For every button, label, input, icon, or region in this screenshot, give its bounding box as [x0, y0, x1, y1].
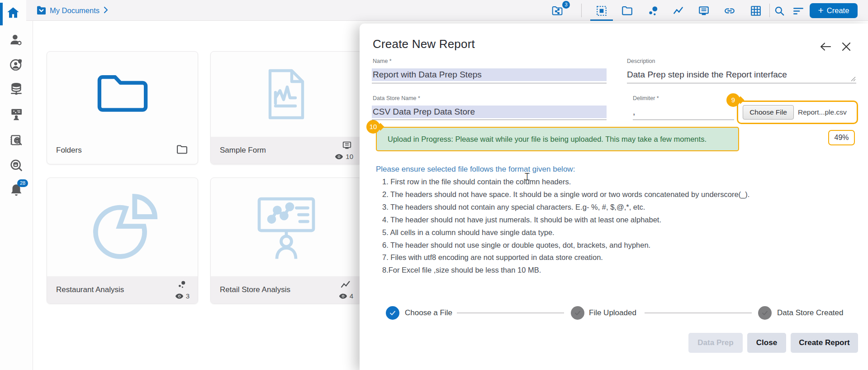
card-folders-thumbnail	[47, 52, 198, 137]
catalog-search-icon[interactable]	[7, 131, 25, 149]
tutorial-badge-10: 10	[366, 120, 380, 134]
shared-folder-icon[interactable]	[551, 5, 563, 17]
datastore-underline	[372, 120, 607, 120]
active-nav-indicator	[0, 3, 3, 25]
step-choose-file-circle	[386, 306, 399, 320]
bubble-chart-icon[interactable]	[647, 5, 659, 17]
card-title: Sample Form	[220, 146, 266, 155]
delimiter-underline	[633, 120, 734, 120]
upload-progress-message: Upload in Progress: Please wait while yo…	[376, 127, 739, 151]
card-sample-form[interactable]: Sample Form 10	[210, 51, 362, 164]
home-icon[interactable]	[6, 6, 20, 21]
card-title: Retail Store Analysis	[220, 285, 290, 294]
delimiter-input[interactable]: ,	[633, 106, 734, 118]
step-connector-1	[457, 312, 564, 313]
views: 3	[175, 292, 190, 300]
description-value: Data Prep step inside the Report interfa…	[627, 68, 856, 80]
presentation-icon[interactable]	[7, 105, 25, 123]
close-icon[interactable]	[841, 41, 852, 54]
link-icon[interactable]	[724, 5, 735, 17]
create-report-button[interactable]: Create Report	[791, 333, 858, 353]
form-icon[interactable]	[698, 5, 710, 17]
breadcrumb[interactable]: My Documents	[50, 6, 100, 15]
datastore-label: Data Store Name *	[373, 95, 420, 101]
datastore-value: CSV Data Prep Data Store	[372, 106, 607, 117]
search-icon[interactable]	[773, 5, 785, 17]
rule-item: 4. The header should not have just numer…	[382, 214, 749, 226]
card-sample-form-footer: Sample Form 10	[211, 137, 361, 164]
rule-item: 1. First row in the file should contain …	[382, 176, 749, 188]
form-type-icon	[342, 140, 352, 152]
modal-title: Create New Report	[373, 37, 475, 51]
name-value: Report with Data Prep Steps	[372, 68, 607, 80]
step-file-uploaded-circle	[571, 306, 584, 320]
step-data-store-circle	[758, 306, 772, 320]
card-retail-analysis[interactable]: Retail Store Analysis 4	[210, 178, 362, 304]
close-button[interactable]: Close	[747, 333, 786, 353]
card-sample-form-thumbnail	[211, 52, 361, 137]
notifications-badge: 28	[17, 179, 28, 187]
table-icon[interactable]	[750, 5, 762, 17]
datastore-input[interactable]: CSV Data Prep Data Store	[372, 106, 607, 118]
create-report-modal: Create New Report Name * Report with Dat…	[360, 24, 868, 370]
card-retail-thumbnail	[211, 178, 361, 276]
upload-progress-percent: 49%	[828, 130, 855, 145]
line-type-icon	[340, 280, 351, 292]
top-bar	[0, 0, 868, 21]
file-upload-box[interactable]: Choose File Report...ple.csv	[737, 101, 858, 124]
choose-file-button[interactable]: Choose File	[743, 105, 794, 120]
name-label: Name *	[373, 58, 392, 64]
create-button[interactable]: + Create	[810, 3, 858, 18]
tutorial-badge-9: 9	[726, 93, 740, 107]
rule-item: 2. The headers should not have space. It…	[382, 188, 749, 201]
step-file-uploaded-label: File Uploaded	[589, 306, 636, 320]
rule-item: 8.For Excel file ,size should be less th…	[382, 264, 749, 277]
step-choose-file-label: Choose a File	[405, 306, 452, 320]
breadcrumb-chevron-icon	[102, 6, 109, 16]
views-count: 4	[350, 292, 353, 300]
card-title: Folders	[56, 146, 82, 155]
card-restaurant-analysis[interactable]: Restaurant Analysis 3	[47, 178, 198, 304]
card-folders-footer: Folders	[47, 137, 198, 164]
share-count-badge: 3	[562, 1, 570, 9]
views-count: 3	[186, 292, 190, 300]
user-settings-icon[interactable]	[7, 31, 25, 49]
plus-icon: +	[818, 5, 824, 16]
card-title: Restaurant Analysis	[56, 285, 124, 294]
card-restaurant-thumbnail	[47, 178, 198, 276]
user-shield-icon[interactable]	[7, 55, 25, 73]
back-icon[interactable]	[819, 41, 832, 54]
step-connector-2	[645, 312, 752, 313]
description-input[interactable]: Data Prep step inside the Report interfa…	[627, 68, 856, 81]
rule-item: 7. Files with utf8 encoding are not supp…	[382, 251, 749, 264]
active-tab-underline	[590, 19, 613, 21]
rule-item: 3. The headers should not contain any sp…	[382, 201, 749, 214]
data-prep-button[interactable]: Data Prep	[688, 333, 743, 353]
step-data-store-label: Data Store Created	[777, 306, 843, 320]
card-folders[interactable]: Folders	[47, 51, 198, 164]
card-meta: 3	[164, 279, 191, 301]
line-chart-icon[interactable]	[673, 5, 684, 17]
name-input[interactable]: Report with Data Prep Steps	[372, 68, 607, 81]
views: 4	[339, 292, 353, 300]
description-label: Description	[627, 58, 655, 64]
card-meta: 4	[328, 279, 355, 301]
selected-filename: Report...ple.csv	[798, 108, 847, 116]
data-store-icon[interactable]	[7, 80, 25, 98]
toolbar-divider	[581, 4, 582, 17]
breadcrumb-folder-icon[interactable]	[36, 6, 47, 17]
resize-handle-icon[interactable]	[849, 75, 856, 83]
bubble-type-icon	[177, 280, 187, 292]
card-restaurant-footer: Restaurant Analysis 3	[47, 276, 198, 303]
card-retail-footer: Retail Store Analysis 4	[211, 276, 361, 303]
description-underline	[627, 83, 856, 83]
folder-type-icon	[176, 144, 188, 156]
card-meta: 10	[328, 139, 355, 161]
folders-icon[interactable]	[621, 5, 633, 17]
filter-icon[interactable]	[792, 5, 804, 17]
create-button-label: Create	[827, 6, 849, 15]
dashboard-icon[interactable]	[596, 5, 607, 17]
name-underline	[372, 83, 607, 83]
search-data-icon[interactable]	[7, 156, 25, 174]
views-count: 10	[346, 153, 353, 160]
